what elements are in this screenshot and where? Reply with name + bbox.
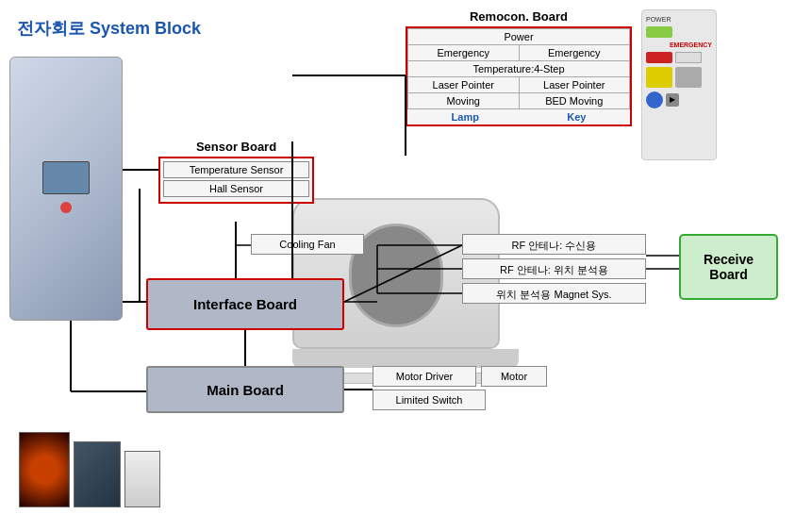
page-title: 전자회로 System Block — [17, 17, 201, 40]
remote-btn-blue — [646, 91, 663, 108]
remocon-row-power: Power — [408, 29, 630, 45]
photo-3 — [124, 451, 160, 507]
remote-power-label: POWER — [646, 16, 712, 23]
remocon-laser-left: Laser Pointer — [408, 77, 520, 93]
remote-btn-gray — [675, 67, 702, 88]
remote-btn-white — [675, 52, 702, 63]
remocon-row-temp: Temperature:4-Step — [408, 61, 630, 77]
remocon-moving-left: Moving — [408, 93, 520, 109]
interface-board: Interface Board — [146, 278, 344, 330]
machine-button — [60, 202, 72, 213]
sensor-row-temp: Temperature Sensor — [163, 161, 309, 178]
remocon-row-moving: Moving BED Moving — [408, 93, 630, 109]
remote-row-1 — [646, 26, 712, 38]
interface-board-label: Interface Board — [193, 296, 297, 312]
remocon-row-emergency: Emergency Emergency — [408, 45, 630, 61]
main-board-label: Main Board — [207, 382, 284, 398]
receive-board: ReceiveBoard — [679, 234, 778, 300]
rf-antenna-2: RF 안테나: 위치 분석용 — [462, 258, 646, 279]
remote-emergency-label: EMERGENCY — [646, 41, 712, 48]
remote-btn-green — [646, 26, 672, 38]
remote-row-4: ▶ — [646, 91, 712, 108]
rf-antenna-3: 위치 분석용 Magnet Sys. — [462, 283, 646, 304]
photos-area — [19, 413, 160, 507]
remocon-moving-right: BED Moving — [519, 93, 630, 109]
remote-btn-red — [646, 52, 672, 63]
motor-box: Motor — [481, 366, 547, 387]
remocon-emergency-right: Emergency — [519, 45, 630, 61]
lamp-label: Lamp — [452, 111, 479, 123]
remocon-title: Remocon. Board — [406, 9, 632, 24]
key-label: Key — [567, 111, 586, 123]
motor-driver-box: Motor Driver — [373, 366, 476, 387]
remocon-emergency-left: Emergency — [408, 45, 520, 61]
remote-control-image: POWER EMERGENCY ▶ — [641, 9, 717, 160]
machine-image — [9, 57, 123, 321]
sensor-board-title: Sensor Board — [158, 140, 314, 154]
remocon-power-cell: Power — [408, 29, 630, 45]
cooling-fan-box: Cooling Fan — [251, 234, 364, 255]
main-board: Main Board — [146, 366, 344, 413]
remocon-container: Power Emergency Emergency Temperature:4-… — [406, 26, 632, 126]
remocon-board: Remocon. Board Power Emergency Emergency… — [406, 9, 632, 126]
sensor-board: Sensor Board Temperature Sensor Hall Sen… — [158, 140, 314, 204]
remocon-laser-right: Laser Pointer — [519, 77, 630, 93]
receive-board-label: ReceiveBoard — [704, 252, 754, 282]
remocon-row-laser: Laser Pointer Laser Pointer — [408, 77, 630, 93]
photo-2 — [74, 441, 121, 507]
mri-base — [292, 349, 519, 368]
remote-row-3 — [646, 67, 712, 88]
remocon-table: Power Emergency Emergency Temperature:4-… — [406, 26, 632, 126]
rf-antenna-1: RF 안테나: 수신용 — [462, 234, 646, 255]
sensor-row-hall: Hall Sensor — [163, 180, 309, 197]
remocon-temp-cell: Temperature:4-Step — [408, 61, 630, 77]
sensor-board-box: Temperature Sensor Hall Sensor — [158, 157, 314, 204]
photo-1 — [19, 432, 70, 507]
lamp-key-row: Lamp Key — [407, 109, 630, 124]
machine-screen — [42, 161, 90, 194]
remote-btn-arrow: ▶ — [666, 93, 679, 107]
remote-btn-yellow — [646, 67, 672, 88]
limited-switch-box: Limited Switch — [373, 390, 486, 410]
remote-row-2 — [646, 52, 712, 63]
